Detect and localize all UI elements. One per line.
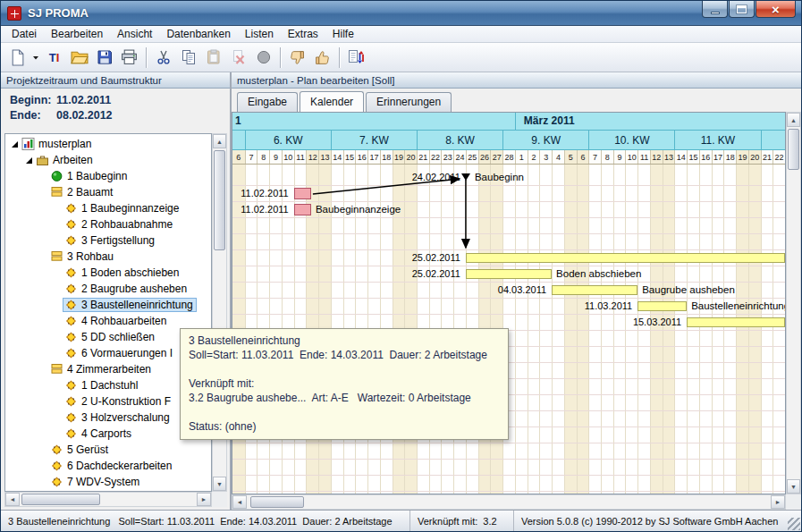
menu-extras[interactable]: Extras bbox=[281, 27, 325, 42]
tree-item-content[interactable]: 3 Rohbau bbox=[48, 249, 117, 264]
tree-item-content[interactable]: 4 Rohbauarbeiten bbox=[63, 314, 170, 328]
tree-item-content[interactable]: 1 Baubeginn bbox=[48, 169, 131, 183]
tree-item-label: 7 WDV-System bbox=[67, 476, 139, 488]
tree-item-1-boden-abschieben[interactable]: 1 Boden abschieben bbox=[5, 265, 211, 281]
tree-item-musterplan[interactable]: musterplan bbox=[5, 136, 211, 152]
scroll-left-arrow[interactable]: ◄ bbox=[5, 493, 20, 506]
maximize-button[interactable] bbox=[729, 1, 755, 18]
expander-icon[interactable] bbox=[9, 140, 20, 148]
tree-item-content[interactable]: 1 Dachstuhl bbox=[63, 378, 141, 393]
tree-item-4-rohbauarbeiten[interactable]: 4 Rohbauarbeiten bbox=[5, 313, 211, 329]
record-stop-icon bbox=[256, 49, 272, 65]
week-cell: 6. KW bbox=[245, 131, 331, 149]
record-stop-button[interactable] bbox=[251, 46, 275, 70]
menu-datenbanken[interactable]: Datenbanken bbox=[159, 27, 237, 42]
thumbs-down-button[interactable] bbox=[285, 46, 309, 70]
scroll-track[interactable] bbox=[787, 127, 800, 479]
text-block-button[interactable]: TI bbox=[42, 46, 66, 70]
tree-item-2-rohbauabnahme[interactable]: 2 Rohbauabnahme bbox=[5, 216, 211, 232]
menu-ansicht[interactable]: Ansicht bbox=[110, 27, 159, 42]
scroll-left-arrow[interactable]: ◄ bbox=[232, 495, 247, 509]
renumber-button[interactable] bbox=[344, 46, 368, 70]
scroll-down-arrow[interactable]: ▼ bbox=[787, 479, 800, 494]
tree-item-content[interactable]: 2 U-Konstruktion F bbox=[63, 394, 174, 409]
tree-item-2-bauamt[interactable]: 2 Bauamt bbox=[5, 184, 211, 200]
tree-item-content[interactable]: 5 Gerüst bbox=[48, 443, 112, 457]
scroll-thumb[interactable] bbox=[788, 129, 799, 170]
tree-item-7-wdv-system[interactable]: 7 WDV-System bbox=[5, 474, 211, 490]
tree-item-content[interactable]: 2 Bauamt bbox=[48, 185, 116, 199]
new-document-button[interactable] bbox=[5, 46, 30, 70]
scroll-track[interactable] bbox=[247, 495, 771, 509]
milestone-box[interactable] bbox=[294, 188, 311, 199]
tree-item-content[interactable]: 2 Rohbauabnahme bbox=[63, 217, 176, 232]
save-button[interactable] bbox=[92, 46, 116, 70]
chart-horizontal-scrollbar[interactable]: ◄ ► bbox=[232, 494, 786, 510]
tree-item-content[interactable]: 3 Baustelleneinrichtung bbox=[63, 298, 197, 312]
menu-datei[interactable]: Datei bbox=[4, 27, 44, 42]
tree-item-content[interactable]: 1 Baubeginnanzeige bbox=[63, 201, 182, 215]
new-dropdown-button[interactable] bbox=[30, 46, 41, 70]
menu-listen[interactable]: Listen bbox=[238, 27, 281, 42]
titlebar[interactable]: SJ PROMA × bbox=[1, 1, 801, 26]
tree-item-content[interactable]: 1 Boden abschieben bbox=[63, 266, 182, 280]
app-icon bbox=[7, 6, 21, 21]
menu-hilfe[interactable]: Hilfe bbox=[325, 27, 361, 42]
menu-bearbeiten[interactable]: Bearbeiten bbox=[44, 27, 110, 42]
chart-vertical-scrollbar[interactable]: ▲ ▼ bbox=[786, 112, 801, 494]
tree-item-content[interactable]: Arbeiten bbox=[34, 153, 97, 167]
expander-icon[interactable] bbox=[23, 156, 34, 165]
tree-item-3-fertigstellung[interactable]: 3 Fertigstellung bbox=[5, 232, 211, 249]
print-button[interactable] bbox=[117, 46, 141, 70]
tab-erinnerungen[interactable]: Erinnerungen bbox=[366, 92, 452, 112]
tree-item-arbeiten[interactable]: Arbeiten bbox=[5, 152, 211, 168]
task-bar[interactable] bbox=[552, 285, 637, 295]
close-button[interactable]: × bbox=[756, 1, 796, 18]
day-cell: 17 bbox=[367, 150, 380, 164]
scroll-right-arrow[interactable]: ► bbox=[197, 493, 211, 506]
tree-item-5-gerüst[interactable]: 5 Gerüst bbox=[5, 442, 211, 458]
project-icon bbox=[21, 138, 35, 150]
scroll-up-arrow[interactable]: ▲ bbox=[213, 134, 226, 148]
tree-item-content[interactable]: 6 Vormauerungen I bbox=[63, 346, 176, 360]
task-bar[interactable] bbox=[466, 253, 785, 263]
tree-item-2-baugrube-ausheben[interactable]: 2 Baugrube ausheben bbox=[5, 281, 211, 297]
thumbs-up-button[interactable] bbox=[310, 46, 334, 70]
tab-eingabe[interactable]: Eingabe bbox=[237, 92, 298, 112]
tree-item-content[interactable]: 3 Fertigstellung bbox=[63, 233, 158, 248]
scroll-up-arrow[interactable]: ▲ bbox=[787, 113, 800, 127]
tree-item-3-rohbau[interactable]: 3 Rohbau bbox=[5, 249, 211, 265]
scroll-thumb[interactable] bbox=[214, 150, 225, 250]
scroll-thumb[interactable] bbox=[250, 496, 304, 508]
tree-item-1-baubeginn[interactable]: 1 Baubeginn bbox=[5, 168, 211, 184]
copy-button[interactable] bbox=[176, 46, 200, 70]
tree-item-content[interactable]: 3 Holzverschalung bbox=[63, 410, 173, 425]
tree-item-1-baubeginnanzeige[interactable]: 1 Baubeginnanzeige bbox=[5, 200, 211, 216]
scroll-down-arrow[interactable]: ▼ bbox=[213, 477, 226, 491]
task-bar[interactable] bbox=[687, 317, 785, 327]
tree-item-content[interactable]: 2 Baugrube ausheben bbox=[63, 282, 190, 296]
resize-grip[interactable] bbox=[788, 518, 800, 530]
tree-item-content[interactable]: 7 WDV-System bbox=[48, 475, 143, 489]
scroll-thumb[interactable] bbox=[21, 494, 100, 505]
task-bar[interactable] bbox=[637, 301, 687, 311]
cut-button[interactable] bbox=[151, 46, 175, 70]
minimize-button[interactable] bbox=[702, 1, 728, 18]
milestone-marker[interactable] bbox=[461, 173, 470, 181]
scroll-right-arrow[interactable]: ► bbox=[771, 495, 785, 509]
tree-item-content[interactable]: 6 Dachdeckerarbeiten bbox=[48, 459, 175, 473]
tree-horizontal-scrollbar[interactable]: ◄ ► bbox=[4, 492, 212, 507]
tree-item-content[interactable]: 5 DD schließen bbox=[63, 330, 158, 344]
tree-item-label: 6 Vormauerungen I bbox=[81, 347, 173, 359]
tab-kalender[interactable]: Kalender bbox=[300, 91, 364, 112]
tree-item-content[interactable]: 4 Carports bbox=[63, 426, 135, 441]
diamond-icon bbox=[64, 315, 78, 327]
tree-item-content[interactable]: musterplan bbox=[20, 137, 95, 151]
scroll-track[interactable] bbox=[20, 493, 197, 506]
tree-item-6-dachdeckerarbeiten[interactable]: 6 Dachdeckerarbeiten bbox=[5, 458, 211, 474]
milestone-box[interactable] bbox=[294, 204, 311, 215]
tree-item-content[interactable]: 4 Zimmerarbeiten bbox=[48, 362, 155, 376]
tree-item-3-baustelleneinrichtung[interactable]: 3 Baustelleneinrichtung bbox=[5, 297, 211, 313]
task-bar[interactable] bbox=[466, 269, 552, 279]
open-file-button[interactable] bbox=[67, 46, 91, 70]
